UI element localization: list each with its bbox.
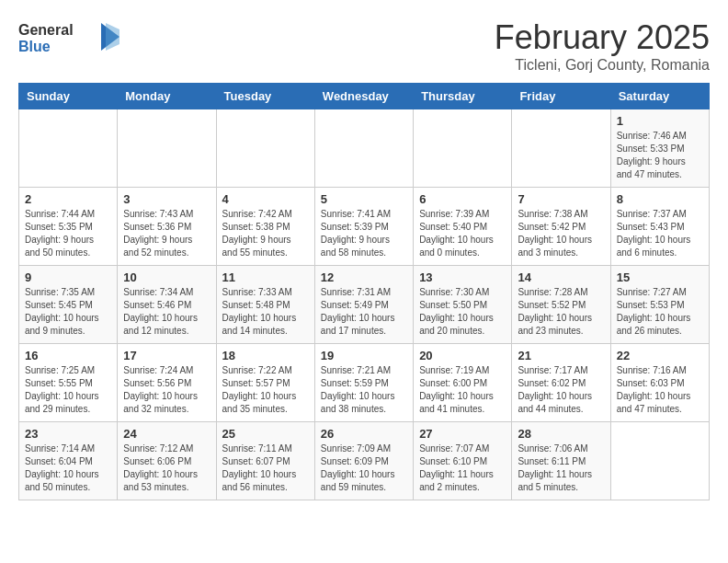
weekday-header: Wednesday <box>314 84 413 109</box>
day-number: 8 <box>617 192 703 206</box>
weekday-header: Friday <box>512 84 610 109</box>
calendar-cell: 17Sunrise: 7:24 AM Sunset: 5:56 PM Dayli… <box>118 344 216 422</box>
calendar-cell: 26Sunrise: 7:09 AM Sunset: 6:09 PM Dayli… <box>314 422 413 500</box>
calendar-cell: 4Sunrise: 7:42 AM Sunset: 5:38 PM Daylig… <box>216 188 314 266</box>
day-info: Sunrise: 7:27 AM Sunset: 5:53 PM Dayligh… <box>617 286 703 338</box>
day-info: Sunrise: 7:24 AM Sunset: 5:56 PM Dayligh… <box>123 364 210 416</box>
calendar-cell: 9Sunrise: 7:35 AM Sunset: 5:45 PM Daylig… <box>19 266 118 344</box>
calendar-cell <box>610 422 709 500</box>
weekday-header: Sunday <box>19 84 118 109</box>
day-info: Sunrise: 7:37 AM Sunset: 5:43 PM Dayligh… <box>617 208 703 259</box>
calendar-cell <box>216 109 314 188</box>
svg-text:General: General <box>18 22 74 38</box>
day-info: Sunrise: 7:25 AM Sunset: 5:55 PM Dayligh… <box>25 364 111 416</box>
day-info: Sunrise: 7:38 AM Sunset: 5:42 PM Dayligh… <box>518 208 604 259</box>
calendar-week-row: 1Sunrise: 7:46 AM Sunset: 5:33 PM Daylig… <box>19 109 710 188</box>
calendar-cell: 3Sunrise: 7:43 AM Sunset: 5:36 PM Daylig… <box>118 188 216 266</box>
calendar-cell: 10Sunrise: 7:34 AM Sunset: 5:46 PM Dayli… <box>118 266 216 344</box>
day-number: 28 <box>518 427 604 441</box>
calendar-cell: 7Sunrise: 7:38 AM Sunset: 5:42 PM Daylig… <box>512 188 610 266</box>
day-info: Sunrise: 7:28 AM Sunset: 5:52 PM Dayligh… <box>518 286 604 338</box>
calendar-subtitle: Ticleni, Gorj County, Romania <box>495 57 710 74</box>
day-info: Sunrise: 7:35 AM Sunset: 5:45 PM Dayligh… <box>25 286 111 338</box>
day-number: 25 <box>222 427 309 441</box>
day-info: Sunrise: 7:42 AM Sunset: 5:38 PM Dayligh… <box>222 208 309 259</box>
header: General Blue February 2025 Ticleni, Gorj… <box>18 18 710 74</box>
logo-svg: General Blue <box>18 18 119 55</box>
calendar-cell: 24Sunrise: 7:12 AM Sunset: 6:06 PM Dayli… <box>118 422 216 500</box>
day-number: 13 <box>419 270 506 284</box>
calendar-cell: 5Sunrise: 7:41 AM Sunset: 5:39 PM Daylig… <box>314 188 413 266</box>
day-number: 16 <box>25 349 111 362</box>
day-number: 4 <box>222 192 309 206</box>
calendar-week-row: 9Sunrise: 7:35 AM Sunset: 5:45 PM Daylig… <box>19 266 710 344</box>
day-info: Sunrise: 7:19 AM Sunset: 6:00 PM Dayligh… <box>419 364 506 416</box>
calendar-cell: 19Sunrise: 7:21 AM Sunset: 5:59 PM Dayli… <box>314 344 413 422</box>
day-info: Sunrise: 7:12 AM Sunset: 6:06 PM Dayligh… <box>123 442 210 494</box>
calendar-cell: 8Sunrise: 7:37 AM Sunset: 5:43 PM Daylig… <box>610 188 709 266</box>
calendar-cell: 1Sunrise: 7:46 AM Sunset: 5:33 PM Daylig… <box>610 109 709 188</box>
day-number: 3 <box>123 192 210 206</box>
day-info: Sunrise: 7:14 AM Sunset: 6:04 PM Dayligh… <box>25 442 111 494</box>
day-number: 21 <box>518 349 604 362</box>
day-number: 1 <box>617 114 703 128</box>
calendar-cell: 23Sunrise: 7:14 AM Sunset: 6:04 PM Dayli… <box>19 422 118 500</box>
day-info: Sunrise: 7:46 AM Sunset: 5:33 PM Dayligh… <box>617 130 703 181</box>
calendar-cell: 25Sunrise: 7:11 AM Sunset: 6:07 PM Dayli… <box>216 422 314 500</box>
calendar-cell: 11Sunrise: 7:33 AM Sunset: 5:48 PM Dayli… <box>216 266 314 344</box>
weekday-header-row: SundayMondayTuesdayWednesdayThursdayFrid… <box>19 84 710 109</box>
calendar-cell: 14Sunrise: 7:28 AM Sunset: 5:52 PM Dayli… <box>512 266 610 344</box>
calendar-cell <box>314 109 413 188</box>
day-info: Sunrise: 7:39 AM Sunset: 5:40 PM Dayligh… <box>419 208 506 259</box>
day-number: 6 <box>419 192 506 206</box>
calendar-cell <box>414 109 512 188</box>
day-info: Sunrise: 7:09 AM Sunset: 6:09 PM Dayligh… <box>321 442 407 494</box>
weekday-header: Thursday <box>414 84 512 109</box>
calendar-week-row: 23Sunrise: 7:14 AM Sunset: 6:04 PM Dayli… <box>19 422 710 500</box>
calendar-cell: 27Sunrise: 7:07 AM Sunset: 6:10 PM Dayli… <box>414 422 512 500</box>
calendar-cell: 21Sunrise: 7:17 AM Sunset: 6:02 PM Dayli… <box>512 344 610 422</box>
day-number: 24 <box>123 427 210 441</box>
day-number: 10 <box>123 270 210 284</box>
day-info: Sunrise: 7:30 AM Sunset: 5:50 PM Dayligh… <box>419 286 506 338</box>
day-info: Sunrise: 7:06 AM Sunset: 6:11 PM Dayligh… <box>518 442 604 494</box>
day-number: 19 <box>321 349 407 362</box>
day-number: 11 <box>222 270 309 284</box>
calendar-week-row: 16Sunrise: 7:25 AM Sunset: 5:55 PM Dayli… <box>19 344 710 422</box>
day-number: 26 <box>321 427 407 441</box>
day-number: 7 <box>518 192 604 206</box>
svg-text:Blue: Blue <box>18 39 51 54</box>
weekday-header: Tuesday <box>216 84 314 109</box>
day-info: Sunrise: 7:17 AM Sunset: 6:02 PM Dayligh… <box>518 364 604 416</box>
day-info: Sunrise: 7:43 AM Sunset: 5:36 PM Dayligh… <box>123 208 210 259</box>
day-number: 14 <box>518 270 604 284</box>
calendar-cell: 20Sunrise: 7:19 AM Sunset: 6:00 PM Dayli… <box>414 344 512 422</box>
day-info: Sunrise: 7:34 AM Sunset: 5:46 PM Dayligh… <box>123 286 210 338</box>
calendar-cell: 2Sunrise: 7:44 AM Sunset: 5:35 PM Daylig… <box>19 188 118 266</box>
day-number: 18 <box>222 349 309 362</box>
day-info: Sunrise: 7:31 AM Sunset: 5:49 PM Dayligh… <box>321 286 407 338</box>
calendar-cell: 28Sunrise: 7:06 AM Sunset: 6:11 PM Dayli… <box>512 422 610 500</box>
day-number: 2 <box>25 192 111 206</box>
day-info: Sunrise: 7:16 AM Sunset: 6:03 PM Dayligh… <box>617 364 703 416</box>
calendar-cell: 18Sunrise: 7:22 AM Sunset: 5:57 PM Dayli… <box>216 344 314 422</box>
calendar-cell <box>512 109 610 188</box>
svg-marker-3 <box>106 23 119 51</box>
calendar-table: SundayMondayTuesdayWednesdayThursdayFrid… <box>18 83 710 500</box>
day-number: 23 <box>25 427 111 441</box>
day-number: 15 <box>617 270 703 284</box>
calendar-cell: 6Sunrise: 7:39 AM Sunset: 5:40 PM Daylig… <box>414 188 512 266</box>
day-number: 12 <box>321 270 407 284</box>
day-number: 5 <box>321 192 407 206</box>
day-info: Sunrise: 7:44 AM Sunset: 5:35 PM Dayligh… <box>25 208 111 259</box>
calendar-cell <box>118 109 216 188</box>
day-info: Sunrise: 7:22 AM Sunset: 5:57 PM Dayligh… <box>222 364 309 416</box>
day-number: 20 <box>419 349 506 362</box>
logo: General Blue <box>18 18 119 55</box>
day-info: Sunrise: 7:21 AM Sunset: 5:59 PM Dayligh… <box>321 364 407 416</box>
calendar-cell: 22Sunrise: 7:16 AM Sunset: 6:03 PM Dayli… <box>610 344 709 422</box>
weekday-header: Monday <box>118 84 216 109</box>
calendar-title: February 2025 <box>495 18 710 57</box>
calendar-cell: 16Sunrise: 7:25 AM Sunset: 5:55 PM Dayli… <box>19 344 118 422</box>
day-number: 17 <box>123 349 210 362</box>
